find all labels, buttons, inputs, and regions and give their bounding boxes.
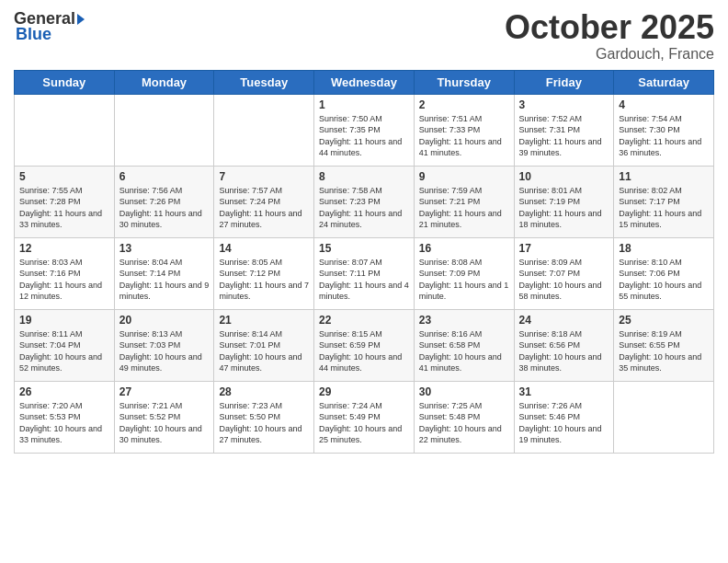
calendar-cell (114, 94, 214, 166)
day-info: Sunrise: 8:14 AM Sunset: 7:01 PM Dayligh… (219, 328, 309, 374)
calendar-cell: 12Sunrise: 8:03 AM Sunset: 7:16 PM Dayli… (15, 237, 115, 309)
location: Gardouch, France (505, 46, 714, 63)
day-header-tuesday: Tuesday (214, 70, 314, 94)
day-number: 20 (119, 314, 210, 327)
logo-blue-text: Blue (16, 25, 51, 44)
day-number: 16 (419, 242, 509, 255)
day-info: Sunrise: 7:24 AM Sunset: 5:49 PM Dayligh… (319, 400, 409, 446)
day-number: 15 (319, 242, 409, 255)
calendar-cell (214, 94, 314, 166)
calendar-cell: 18Sunrise: 8:10 AM Sunset: 7:06 PM Dayli… (614, 237, 714, 309)
day-info: Sunrise: 7:59 AM Sunset: 7:21 PM Dayligh… (419, 185, 509, 231)
day-number: 8 (319, 170, 409, 183)
calendar-cell: 7Sunrise: 7:57 AM Sunset: 7:24 PM Daylig… (214, 166, 314, 237)
day-number: 19 (19, 314, 109, 327)
day-info: Sunrise: 8:01 AM Sunset: 7:19 PM Dayligh… (519, 185, 609, 231)
day-number: 14 (219, 242, 309, 255)
day-info: Sunrise: 8:03 AM Sunset: 7:16 PM Dayligh… (19, 257, 109, 303)
day-number: 12 (19, 242, 109, 255)
day-info: Sunrise: 8:10 AM Sunset: 7:06 PM Dayligh… (619, 257, 709, 303)
calendar-cell: 25Sunrise: 8:19 AM Sunset: 6:55 PM Dayli… (614, 309, 714, 381)
day-info: Sunrise: 7:54 AM Sunset: 7:30 PM Dayligh… (619, 113, 709, 159)
day-info: Sunrise: 7:52 AM Sunset: 7:31 PM Dayligh… (519, 113, 609, 159)
day-number: 7 (219, 170, 309, 183)
calendar-cell: 5Sunrise: 7:55 AM Sunset: 7:28 PM Daylig… (15, 166, 115, 237)
calendar-cell: 22Sunrise: 8:15 AM Sunset: 6:59 PM Dayli… (314, 309, 415, 381)
day-info: Sunrise: 8:18 AM Sunset: 6:56 PM Dayligh… (519, 328, 609, 374)
day-number: 31 (519, 385, 609, 398)
calendar-cell: 3Sunrise: 7:52 AM Sunset: 7:31 PM Daylig… (514, 94, 614, 166)
day-header-friday: Friday (514, 70, 614, 94)
day-number: 1 (319, 98, 409, 111)
calendar-cell: 10Sunrise: 8:01 AM Sunset: 7:19 PM Dayli… (514, 166, 614, 237)
calendar-cell: 31Sunrise: 7:26 AM Sunset: 5:46 PM Dayli… (514, 381, 614, 453)
day-header-sunday: Sunday (15, 70, 115, 94)
calendar-week-5: 26Sunrise: 7:20 AM Sunset: 5:53 PM Dayli… (15, 381, 714, 453)
day-number: 17 (519, 242, 609, 255)
day-number: 18 (619, 242, 709, 255)
day-number: 13 (119, 242, 210, 255)
day-info: Sunrise: 8:04 AM Sunset: 7:14 PM Dayligh… (119, 257, 210, 303)
calendar-cell: 13Sunrise: 8:04 AM Sunset: 7:14 PM Dayli… (114, 237, 214, 309)
day-number: 3 (519, 98, 609, 111)
calendar-cell: 17Sunrise: 8:09 AM Sunset: 7:07 PM Dayli… (514, 237, 614, 309)
calendar-cell: 8Sunrise: 7:58 AM Sunset: 7:23 PM Daylig… (314, 166, 415, 237)
day-number: 4 (619, 98, 709, 111)
day-info: Sunrise: 7:20 AM Sunset: 5:53 PM Dayligh… (19, 400, 109, 446)
day-header-thursday: Thursday (414, 70, 514, 94)
day-number: 26 (19, 385, 109, 398)
day-info: Sunrise: 8:02 AM Sunset: 7:17 PM Dayligh… (619, 185, 709, 231)
calendar-cell: 1Sunrise: 7:50 AM Sunset: 7:35 PM Daylig… (314, 94, 415, 166)
day-info: Sunrise: 8:19 AM Sunset: 6:55 PM Dayligh… (619, 328, 709, 374)
day-info: Sunrise: 8:13 AM Sunset: 7:03 PM Dayligh… (119, 328, 210, 374)
day-info: Sunrise: 7:26 AM Sunset: 5:46 PM Dayligh… (519, 400, 609, 446)
calendar-cell: 20Sunrise: 8:13 AM Sunset: 7:03 PM Dayli… (114, 309, 214, 381)
day-number: 9 (419, 170, 509, 183)
day-info: Sunrise: 8:08 AM Sunset: 7:09 PM Dayligh… (419, 257, 509, 303)
day-info: Sunrise: 7:51 AM Sunset: 7:33 PM Dayligh… (419, 113, 509, 159)
day-number: 29 (319, 385, 409, 398)
calendar-cell: 27Sunrise: 7:21 AM Sunset: 5:52 PM Dayli… (114, 381, 214, 453)
calendar-header-row: SundayMondayTuesdayWednesdayThursdayFrid… (15, 70, 714, 94)
day-number: 21 (219, 314, 309, 327)
day-info: Sunrise: 7:21 AM Sunset: 5:52 PM Dayligh… (119, 400, 210, 446)
day-number: 23 (419, 314, 509, 327)
day-info: Sunrise: 7:50 AM Sunset: 7:35 PM Dayligh… (319, 113, 409, 159)
day-number: 5 (19, 170, 109, 183)
calendar-cell: 14Sunrise: 8:05 AM Sunset: 7:12 PM Dayli… (214, 237, 314, 309)
title-section: October 2025 Gardouch, France (505, 9, 714, 63)
calendar-week-2: 5Sunrise: 7:55 AM Sunset: 7:28 PM Daylig… (15, 166, 714, 237)
day-number: 6 (119, 170, 210, 183)
calendar-cell (15, 94, 115, 166)
calendar-cell: 24Sunrise: 8:18 AM Sunset: 6:56 PM Dayli… (514, 309, 614, 381)
day-info: Sunrise: 7:25 AM Sunset: 5:48 PM Dayligh… (419, 400, 509, 446)
day-number: 30 (419, 385, 509, 398)
calendar-cell: 2Sunrise: 7:51 AM Sunset: 7:33 PM Daylig… (414, 94, 514, 166)
day-info: Sunrise: 8:09 AM Sunset: 7:07 PM Dayligh… (519, 257, 609, 303)
month-title: October 2025 (505, 9, 714, 46)
day-number: 25 (619, 314, 709, 327)
day-number: 2 (419, 98, 509, 111)
calendar-cell: 9Sunrise: 7:59 AM Sunset: 7:21 PM Daylig… (414, 166, 514, 237)
logo: General Blue (14, 9, 85, 44)
calendar-cell: 4Sunrise: 7:54 AM Sunset: 7:30 PM Daylig… (614, 94, 714, 166)
day-info: Sunrise: 7:58 AM Sunset: 7:23 PM Dayligh… (319, 185, 409, 231)
calendar-cell: 19Sunrise: 8:11 AM Sunset: 7:04 PM Dayli… (15, 309, 115, 381)
calendar-cell: 16Sunrise: 8:08 AM Sunset: 7:09 PM Dayli… (414, 237, 514, 309)
calendar-cell: 28Sunrise: 7:23 AM Sunset: 5:50 PM Dayli… (214, 381, 314, 453)
calendar-cell: 11Sunrise: 8:02 AM Sunset: 7:17 PM Dayli… (614, 166, 714, 237)
day-number: 27 (119, 385, 210, 398)
day-header-monday: Monday (114, 70, 214, 94)
day-header-saturday: Saturday (614, 70, 714, 94)
calendar-cell: 21Sunrise: 8:14 AM Sunset: 7:01 PM Dayli… (214, 309, 314, 381)
calendar-cell: 23Sunrise: 8:16 AM Sunset: 6:58 PM Dayli… (414, 309, 514, 381)
calendar-week-3: 12Sunrise: 8:03 AM Sunset: 7:16 PM Dayli… (15, 237, 714, 309)
day-number: 28 (219, 385, 309, 398)
day-info: Sunrise: 7:55 AM Sunset: 7:28 PM Dayligh… (19, 185, 109, 231)
calendar-week-1: 1Sunrise: 7:50 AM Sunset: 7:35 PM Daylig… (15, 94, 714, 166)
day-number: 24 (519, 314, 609, 327)
day-number: 10 (519, 170, 609, 183)
day-info: Sunrise: 7:57 AM Sunset: 7:24 PM Dayligh… (219, 185, 309, 231)
calendar-cell (614, 381, 714, 453)
day-number: 11 (619, 170, 709, 183)
